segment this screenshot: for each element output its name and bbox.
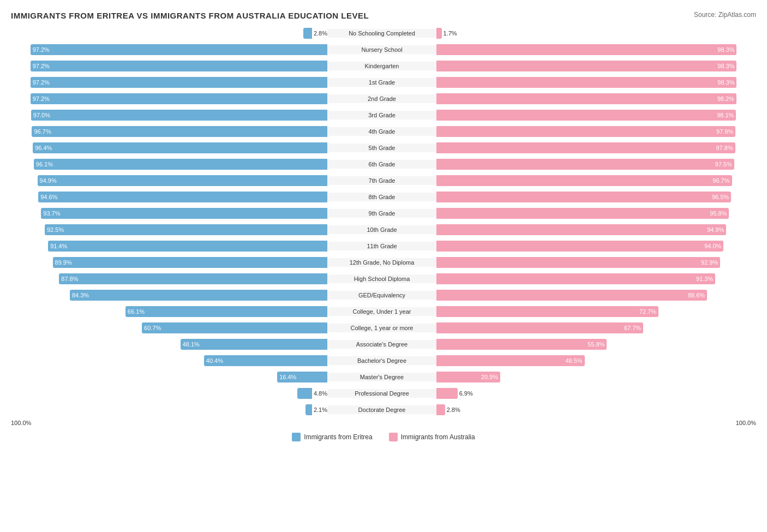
right-bar-wrap: 97.9% bbox=[436, 126, 753, 137]
right-value-inside: 94.9% bbox=[707, 226, 726, 233]
left-bar: 97.2% bbox=[31, 93, 327, 104]
left-value: 94.6% bbox=[38, 194, 57, 200]
right-bar-wrap: 67.7% bbox=[436, 322, 753, 333]
chart-row: 2.8% No Schooling Completed 1.7% bbox=[11, 26, 756, 41]
left-bar-wrap: 97.2% bbox=[11, 61, 327, 71]
left-value: 48.1% bbox=[181, 341, 200, 348]
right-bar-wrap: 91.3% bbox=[436, 273, 753, 284]
chart-row: 87.8% High School Diploma 91.3% bbox=[11, 271, 756, 286]
right-value-inside: 67.7% bbox=[624, 325, 643, 331]
chart-row: 92.5% 10th Grade 94.9% bbox=[11, 222, 756, 237]
center-label: Bachelor's Degree bbox=[327, 356, 436, 365]
left-value: 97.2% bbox=[31, 79, 50, 86]
center-label: Doctorate Degree bbox=[327, 405, 436, 414]
chart-row: 4.8% Professional Degree 6.9% bbox=[11, 386, 756, 401]
right-bar-wrap: 20.9% bbox=[436, 372, 753, 382]
right-value-outside: 1.7% bbox=[444, 30, 457, 37]
right-value-inside: 88.6% bbox=[688, 292, 707, 298]
left-value: 66.1% bbox=[125, 308, 145, 315]
left-bar-wrap: 2.1% bbox=[11, 404, 327, 415]
left-bar: 92.5% bbox=[45, 224, 327, 235]
right-bar-wrap: 98.3% bbox=[436, 77, 753, 88]
right-bar: 98.3% bbox=[436, 61, 736, 71]
left-value: 91.4% bbox=[48, 243, 67, 249]
center-label: 10th Grade bbox=[327, 225, 436, 234]
right-bar-wrap: 95.8% bbox=[436, 208, 753, 219]
right-bar: 94.0% bbox=[436, 241, 723, 252]
right-bar bbox=[436, 28, 442, 39]
legend-left: Immigrants from Eritrea bbox=[292, 433, 372, 441]
chart-row: 97.2% Nursery School 98.3% bbox=[11, 42, 756, 57]
center-label: High School Diploma bbox=[327, 274, 436, 283]
chart-row: 2.1% Doctorate Degree 2.8% bbox=[11, 402, 756, 417]
left-bar-wrap: 97.2% bbox=[11, 44, 327, 55]
left-bar: 96.4% bbox=[33, 142, 327, 153]
right-bar-wrap: 6.9% bbox=[436, 388, 753, 399]
left-bar: 87.8% bbox=[59, 273, 327, 284]
right-bar: 97.8% bbox=[436, 142, 735, 153]
left-bar-wrap: 96.1% bbox=[11, 159, 327, 170]
left-bar-wrap: 87.8% bbox=[11, 273, 327, 284]
chart-row: 93.7% 9th Grade 95.8% bbox=[11, 206, 756, 221]
right-bar-wrap: 96.7% bbox=[436, 175, 753, 186]
bottom-right-label: 100.0% bbox=[736, 420, 756, 426]
chart-row: 66.1% College, Under 1 year 72.7% bbox=[11, 304, 756, 319]
right-value-inside: 98.3% bbox=[717, 79, 736, 86]
center-label: 12th Grade, No Diploma bbox=[327, 258, 436, 267]
right-value-inside: 48.5% bbox=[565, 357, 584, 364]
right-value-inside: 72.7% bbox=[639, 308, 658, 315]
left-value: 93.7% bbox=[41, 210, 60, 217]
right-bar-wrap: 94.0% bbox=[436, 241, 753, 252]
left-value: 96.7% bbox=[32, 128, 51, 135]
center-label: Professional Degree bbox=[327, 389, 436, 398]
left-bar bbox=[303, 28, 312, 39]
right-bar-wrap: 72.7% bbox=[436, 306, 753, 317]
center-label: GED/Equivalency bbox=[327, 291, 436, 300]
right-value-inside: 97.8% bbox=[716, 145, 735, 151]
left-bar: 60.7% bbox=[142, 322, 327, 333]
right-value-inside: 97.9% bbox=[716, 128, 735, 135]
chart-row: 96.1% 6th Grade 97.5% bbox=[11, 157, 756, 172]
right-bar-wrap: 94.9% bbox=[436, 224, 753, 235]
left-value: 89.9% bbox=[53, 259, 72, 266]
left-bar: 97.2% bbox=[31, 44, 327, 55]
chart-row: 16.4% Master's Degree 20.9% bbox=[11, 369, 756, 385]
legend-right-box bbox=[389, 433, 398, 441]
chart-row: 97.2% Kindergarten 98.3% bbox=[11, 58, 756, 74]
left-value: 40.4% bbox=[204, 357, 223, 364]
right-bar bbox=[436, 388, 458, 399]
left-value: 60.7% bbox=[142, 325, 161, 331]
right-value-inside: 96.7% bbox=[712, 177, 732, 184]
bottom-labels: 100.0% 100.0% bbox=[11, 420, 756, 426]
right-bar: 97.5% bbox=[436, 159, 734, 170]
right-value-inside: 95.8% bbox=[710, 210, 729, 217]
left-bar: 97.2% bbox=[31, 77, 327, 88]
right-value-inside: 98.2% bbox=[717, 95, 736, 102]
left-bar-wrap: 97.2% bbox=[11, 93, 327, 104]
center-label: No Schooling Completed bbox=[327, 29, 436, 38]
left-bar-wrap: 93.7% bbox=[11, 208, 327, 219]
right-bar: 67.7% bbox=[436, 322, 643, 333]
right-bar: 72.7% bbox=[436, 306, 658, 317]
right-value-inside: 92.9% bbox=[701, 259, 720, 266]
left-bar-wrap: 40.4% bbox=[11, 355, 327, 366]
right-bar-wrap: 98.3% bbox=[436, 61, 753, 71]
center-label: College, Under 1 year bbox=[327, 307, 436, 316]
left-bar: 94.6% bbox=[38, 192, 327, 202]
right-bar: 95.8% bbox=[436, 208, 729, 219]
center-label: Nursery School bbox=[327, 45, 436, 54]
left-value-outside: 2.1% bbox=[314, 407, 327, 413]
right-value-inside: 20.9% bbox=[481, 374, 500, 380]
left-value: 97.0% bbox=[31, 112, 50, 118]
left-bar-wrap: 92.5% bbox=[11, 224, 327, 235]
center-label: 2nd Grade bbox=[327, 94, 436, 103]
left-value: 87.8% bbox=[59, 276, 78, 282]
chart-container: IMMIGRANTS FROM ERITREA VS IMMIGRANTS FR… bbox=[11, 11, 756, 441]
chart-area: 2.8% No Schooling Completed 1.7% 97.2% N… bbox=[11, 26, 756, 417]
left-value: 94.9% bbox=[38, 177, 57, 184]
right-bar-wrap: 55.8% bbox=[436, 339, 753, 350]
left-bar: 93.7% bbox=[41, 208, 327, 219]
right-bar-wrap: 2.8% bbox=[436, 404, 753, 415]
left-bar-wrap: 97.2% bbox=[11, 77, 327, 88]
right-bar: 96.5% bbox=[436, 192, 731, 202]
